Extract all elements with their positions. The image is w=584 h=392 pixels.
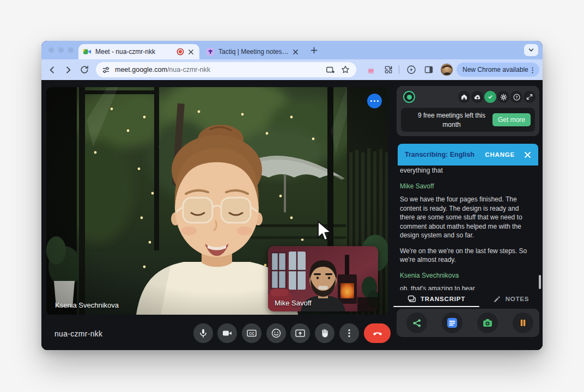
chat-bubbles-icon xyxy=(407,295,416,303)
tab-notes[interactable]: NOTES xyxy=(479,291,543,307)
get-more-button[interactable]: Get more xyxy=(492,113,531,126)
new-tab-icon[interactable] xyxy=(309,46,319,55)
captions-button[interactable]: CC xyxy=(242,323,261,343)
page-content: Ksenia Svechnikova xyxy=(41,80,543,350)
tab-transcript[interactable]: TRANSCRIPT xyxy=(393,291,479,307)
doc-icon xyxy=(446,317,458,329)
settings-gear-icon[interactable] xyxy=(497,91,509,103)
tactiq-header-panel: ? 9 free meetings left this month Get mo… xyxy=(397,86,539,136)
window-traffic-lights[interactable] xyxy=(48,47,74,53)
close-banner-icon[interactable] xyxy=(524,151,531,158)
side-panel-icon[interactable] xyxy=(423,64,435,76)
end-call-button[interactable] xyxy=(364,323,391,343)
url-text[interactable]: meet.google.com/nua-czmr-nkk xyxy=(115,66,210,74)
transcript-speaker: Mike Savoff xyxy=(400,182,535,191)
sidebar-action-bar xyxy=(397,309,539,337)
tab-meet[interactable]: Meet - nua-czmr-nkk xyxy=(78,44,199,59)
close-window-button[interactable] xyxy=(48,47,54,53)
toolbar-divider xyxy=(399,65,399,74)
recording-indicator-icon xyxy=(176,48,184,56)
tab-capture-icon[interactable] xyxy=(325,64,336,75)
meeting-code: nua-czmr-nkk xyxy=(54,329,102,338)
tab-transcript-label: TRANSCRIPT xyxy=(421,296,465,302)
share-button[interactable] xyxy=(406,313,427,333)
desktop: Meet - nua-czmr-nkk Tactiq | Meeting not… xyxy=(0,0,584,392)
tab-notes-label: NOTES xyxy=(506,296,530,302)
url-path: /nua-czmr-nkk xyxy=(167,66,210,74)
browser-window: Meet - nua-czmr-nkk Tactiq | Meeting not… xyxy=(41,41,543,350)
expand-icon[interactable] xyxy=(524,91,536,103)
tab-title: Tactiq | Meeting notes powe xyxy=(218,48,289,56)
pip-video-tile[interactable]: Mike Savoff xyxy=(268,246,378,311)
more-vert-icon xyxy=(343,327,355,339)
meet-control-bar: nua-czmr-nkk xyxy=(41,317,393,350)
tab-title: Meet - nua-czmr-nkk xyxy=(95,48,173,56)
browser-toolbar: meet.google.com/nua-czmr-nkk xyxy=(41,59,543,80)
close-tab-icon[interactable] xyxy=(291,48,300,56)
pause-icon xyxy=(518,317,528,328)
zoom-window-button[interactable] xyxy=(68,47,74,53)
close-tab-icon[interactable] xyxy=(187,48,195,56)
screenshot-button[interactable] xyxy=(477,313,498,333)
forward-icon[interactable] xyxy=(62,64,74,76)
transcript-message: oh, that's amazing to hear xyxy=(400,284,535,290)
back-icon[interactable] xyxy=(46,64,58,76)
transcript-message: everything that xyxy=(400,166,535,175)
meet-area: Ksenia Svechnikova xyxy=(41,80,393,350)
tactiq-header-icons: ? xyxy=(458,91,536,103)
pause-button[interactable] xyxy=(513,313,533,333)
change-language-button[interactable]: CHANGE xyxy=(485,151,515,158)
tactiq-recording-logo-icon xyxy=(403,91,415,103)
screenshot-camera-icon xyxy=(482,317,493,328)
reload-icon[interactable] xyxy=(78,64,90,76)
transcript-scrollbar[interactable] xyxy=(539,275,541,289)
cc-label: CC xyxy=(249,332,254,335)
reactions-icon xyxy=(270,327,282,339)
tab-tactiq[interactable]: Tactiq | Meeting notes powe xyxy=(202,44,304,59)
meet-favicon xyxy=(83,47,92,56)
bookmark-star-icon[interactable] xyxy=(340,64,351,75)
profile-avatar[interactable] xyxy=(441,64,453,76)
raise-hand-icon xyxy=(319,327,331,339)
main-participant-name: Ksenia Svechnikova xyxy=(55,301,119,309)
notes-doc-button[interactable] xyxy=(442,313,463,333)
performance-icon[interactable] xyxy=(405,64,417,76)
help-icon[interactable]: ? xyxy=(510,91,522,103)
camera-button[interactable] xyxy=(217,323,237,343)
more-options-button[interactable] xyxy=(339,323,359,343)
present-button[interactable] xyxy=(290,323,310,343)
transcribing-label: Transcribing: English xyxy=(405,151,474,158)
minimize-window-button[interactable] xyxy=(58,47,64,53)
cloud-upload-icon[interactable] xyxy=(471,91,483,103)
shield-check-icon[interactable] xyxy=(484,91,496,103)
url-domain: meet.google.com xyxy=(115,66,167,74)
help-glyph: ? xyxy=(515,95,518,99)
site-tune-icon[interactable] xyxy=(101,65,111,75)
browser-menu-icon[interactable]: ⋮ xyxy=(529,66,536,74)
home-icon[interactable] xyxy=(458,91,470,103)
free-meetings-text: 9 free meetings left this month xyxy=(409,111,495,130)
active-tab-underline xyxy=(393,306,479,307)
sidebar-tabs: TRANSCRIPT NOTES xyxy=(393,291,543,307)
tab-list-chevron-icon[interactable] xyxy=(524,44,538,56)
transcript-panel[interactable]: everything that Mike Savoff So we have t… xyxy=(400,166,535,290)
url-bar[interactable]: meet.google.com/nua-czmr-nkk xyxy=(96,62,356,77)
transcript-message: We're on the we're on the last few steps… xyxy=(400,247,535,265)
transcribing-banner: Transcribing: English CHANGE xyxy=(398,144,538,166)
captions-icon: CC xyxy=(246,327,258,339)
update-chrome-label: New Chrome available xyxy=(463,66,528,74)
chat-bubble-badge[interactable] xyxy=(367,94,382,108)
share-icon xyxy=(412,318,422,328)
tactiq-favicon xyxy=(206,47,215,56)
pink-extension-icon[interactable] xyxy=(365,64,377,76)
reactions-button[interactable] xyxy=(266,323,286,343)
transcript-speaker: Ksenia Svechnikova xyxy=(400,271,535,280)
mic-button[interactable] xyxy=(193,323,213,343)
raise-hand-button[interactable] xyxy=(315,323,334,343)
free-meetings-banner: 9 free meetings left this month Get more xyxy=(401,108,535,132)
update-chrome-button[interactable]: New Chrome available ⋮ xyxy=(457,63,539,77)
tab-strip: Meet - nua-czmr-nkk Tactiq | Meeting not… xyxy=(41,41,543,59)
videocam-icon xyxy=(221,327,233,339)
end-call-icon xyxy=(372,327,384,339)
extensions-puzzle-icon[interactable] xyxy=(382,64,394,76)
